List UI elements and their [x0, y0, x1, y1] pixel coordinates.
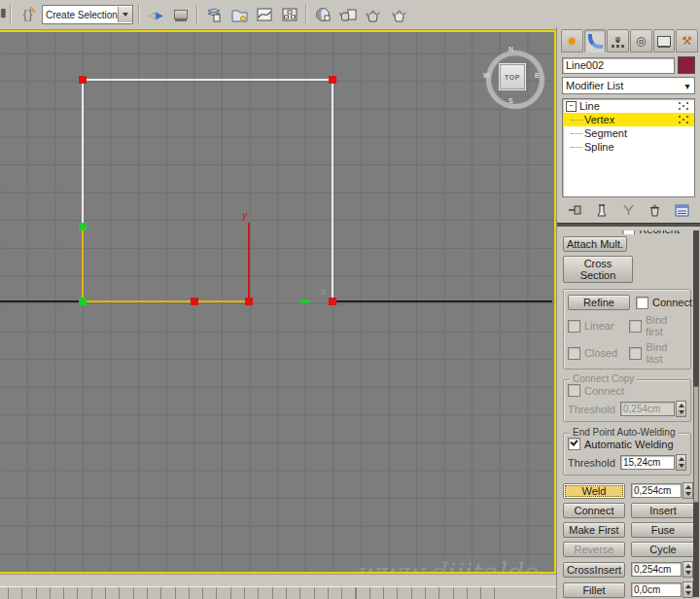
clipped-toolbar-icon[interactable]: ▮ [0, 6, 7, 23]
mirror-icon[interactable]: ◁▶ [144, 3, 167, 26]
viewport-top[interactable]: y x TOP N E S W www.dijitalde [0, 30, 556, 574]
reverse-button[interactable]: Reverse [563, 542, 625, 557]
graphite-toggle-icon[interactable] [228, 3, 251, 26]
rollout-separator [557, 223, 700, 227]
selection-set-dropdown[interactable]: Create Selection Se [42, 5, 133, 24]
make-first-button[interactable]: Make First [563, 522, 625, 538]
show-end-result-icon[interactable] [593, 202, 611, 218]
vertex-selected[interactable] [329, 298, 336, 305]
viewcube-west[interactable]: W [483, 72, 490, 79]
spinner-control[interactable] [682, 482, 693, 499]
tab-hierarchy[interactable] [607, 29, 629, 53]
reorient-checkbox[interactable]: Reorient [622, 230, 680, 234]
vertex-endpoint[interactable] [79, 223, 87, 230]
tab-display[interactable] [653, 29, 676, 53]
render-production-icon[interactable] [387, 3, 410, 26]
modifier-list-dropdown[interactable]: Modifier List ▾ [562, 77, 695, 94]
stack-item-segment[interactable]: Segment [563, 126, 694, 140]
vertex-selected[interactable] [329, 76, 336, 84]
rendered-frame-window-icon[interactable] [362, 3, 385, 26]
modifier-stack: − Line Vertex Segment Spline [562, 98, 695, 197]
spline-segment-unselected[interactable] [83, 80, 332, 301]
automatic-welding-checkbox[interactable]: Automatic Welding [568, 438, 674, 450]
viewcube-south[interactable]: S [508, 97, 513, 104]
connect-button[interactable]: Connect [563, 503, 625, 518]
end-point-auto-welding-group: End Point Auto-Welding Automatic Welding… [563, 433, 691, 476]
cross-section-button[interactable]: Cross Section [563, 256, 633, 283]
viewcube-north[interactable]: N [508, 46, 513, 53]
weld-button[interactable]: Weld [563, 483, 625, 499]
rollout-scrollbar[interactable] [693, 230, 699, 597]
tab-create[interactable]: ✹ [561, 29, 583, 53]
spinner-control[interactable] [676, 454, 686, 471]
linear-checkbox[interactable]: Linear [568, 320, 623, 333]
connect-copy-checkbox[interactable]: Connect [568, 384, 624, 397]
command-panel: ✹ ◎ ⚒ Line002 Modifier List ▾ − Line [556, 27, 700, 599]
pin-stack-icon[interactable] [567, 202, 584, 218]
stack-item-vertex[interactable]: Vertex [563, 113, 694, 126]
layer-manager-icon[interactable] [202, 3, 226, 26]
stack-item-spline[interactable]: Spline [563, 140, 694, 154]
watermark-text: www.dijitalde [356, 557, 556, 574]
object-color-swatch[interactable] [678, 56, 695, 74]
toolbar-separator [196, 5, 198, 24]
toolbar-separator [138, 5, 140, 24]
scrollbar-thumb[interactable] [693, 386, 699, 503]
collapse-icon[interactable]: − [566, 101, 577, 112]
track-bar-ruler[interactable] [0, 586, 556, 599]
spinner-control[interactable] [682, 561, 693, 578]
app-window: ▮ { } ✎ Create Selection Se ◁▶ [0, 0, 700, 599]
insert-button[interactable]: Insert [631, 503, 693, 518]
vertex-endpoint-tick[interactable] [300, 300, 309, 303]
chevron-down-icon: ▾ [681, 81, 694, 91]
threshold-label: Threshold [568, 457, 620, 469]
stack-item-line[interactable]: − Line [563, 99, 694, 113]
toolbar-separator [305, 5, 307, 24]
crossinsert-field[interactable]: 0,254cm [631, 562, 682, 577]
schematic-view-icon[interactable] [278, 3, 301, 26]
closed-checkbox[interactable]: Closed [568, 347, 623, 360]
align-icon[interactable] [169, 3, 192, 26]
fillet-field[interactable]: 0,0cm [631, 582, 682, 597]
connect-checkbox[interactable]: Connect [636, 297, 692, 309]
modify-arc-icon [588, 34, 603, 49]
curve-editor-icon[interactable] [253, 3, 276, 26]
make-unique-icon[interactable] [620, 202, 638, 218]
chevron-down-icon[interactable] [118, 7, 132, 22]
threshold-label: Threshold [568, 404, 620, 415]
vertex-selected[interactable] [245, 298, 253, 305]
viewcube-face-top[interactable]: TOP [500, 64, 525, 89]
render-setup-icon[interactable] [336, 3, 360, 26]
viewcube[interactable]: TOP N E S W [483, 48, 540, 104]
geometry-rollout: Reorient Attach Mult. Cross Section Refi… [557, 230, 693, 599]
spline-segment-selected[interactable] [83, 227, 249, 301]
vertex-selected[interactable] [79, 76, 87, 84]
weld-threshold-field[interactable]: 0,254cm [631, 483, 682, 498]
bind-first-checkbox[interactable]: Bind first [629, 314, 686, 337]
tab-utilities[interactable]: ⚒ [676, 29, 698, 53]
tab-modify[interactable] [584, 29, 607, 53]
display-monitor-icon [657, 36, 671, 47]
refine-button[interactable]: Refine [568, 295, 630, 310]
tab-motion[interactable]: ◎ [630, 29, 652, 53]
connect-copy-threshold-field[interactable]: 0,254cm [620, 402, 675, 416]
crossinsert-button[interactable]: CrossInsert [563, 562, 625, 578]
object-name-field[interactable]: Line002 [562, 57, 675, 74]
fuse-button[interactable]: Fuse [631, 522, 693, 538]
cycle-button[interactable]: Cycle [631, 542, 693, 557]
bind-last-checkbox[interactable]: Bind last [629, 341, 686, 365]
attach-mult-button[interactable]: Attach Mult. [563, 236, 627, 252]
fillet-button[interactable]: Fillet [563, 582, 625, 598]
remove-modifier-icon[interactable] [647, 202, 664, 218]
vertex-endpoint[interactable] [79, 298, 87, 305]
spinner-control[interactable] [676, 401, 686, 417]
configure-modifier-sets-icon[interactable] [673, 202, 690, 218]
check-icon [570, 438, 578, 446]
vertex-selected[interactable] [191, 298, 198, 305]
viewcube-east[interactable]: E [535, 72, 540, 79]
auto-weld-threshold-field[interactable]: 15,24cm [620, 455, 675, 470]
spline-canvas: y x [0, 32, 552, 572]
material-editor-icon[interactable] [311, 3, 334, 26]
named-selection-sets-icon[interactable]: { } ✎ [16, 3, 39, 26]
spinner-control[interactable] [682, 581, 693, 598]
